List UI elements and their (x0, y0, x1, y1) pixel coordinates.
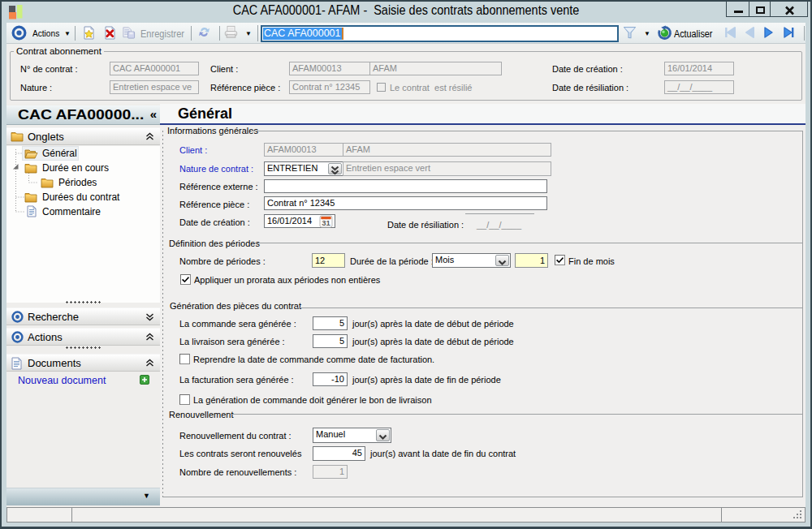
svg-text:31: 31 (322, 218, 330, 227)
